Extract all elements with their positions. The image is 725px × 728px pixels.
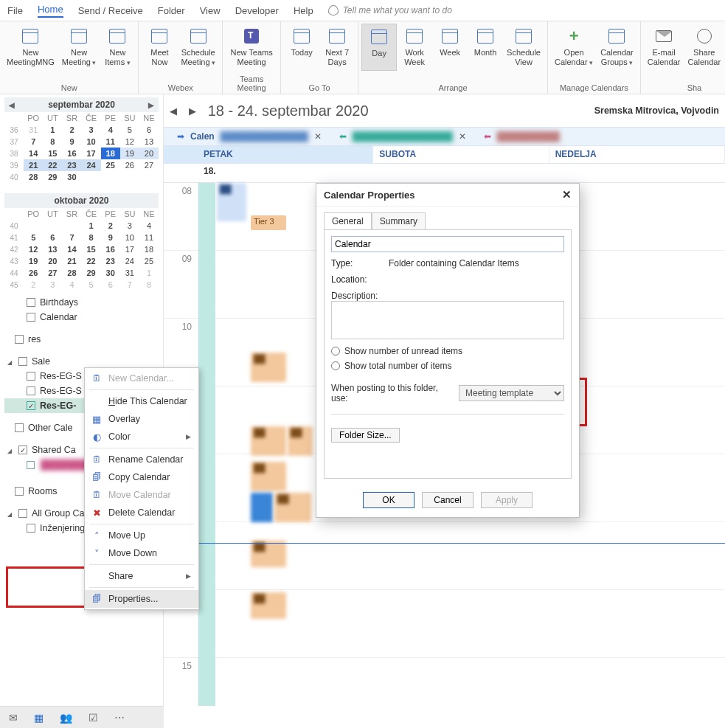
day-petak: PETAK [164, 146, 373, 163]
month-view-button[interactable]: Month [468, 24, 503, 69]
appointment[interactable]: ██ [217, 183, 246, 221]
appointment[interactable]: ██ [251, 541, 286, 567]
day-headers: PETAK SUBOTA NEDELJA [164, 146, 725, 164]
tree-calendar[interactable]: Calendar [4, 310, 159, 325]
email-calendar-button[interactable]: E-mailCalendar [644, 24, 684, 69]
calendar-tab-3[interactable]: ⬅██████████ [478, 128, 566, 145]
appointment-selected[interactable] [251, 493, 273, 522]
calendar-tab-1[interactable]: ➡Calen██████████████✕ [171, 128, 327, 145]
menu-file[interactable]: File [7, 5, 23, 16]
new-meeting-button[interactable]: NewMeeting [58, 24, 100, 70]
date-range: 18 - 24. septembar 2020 [208, 103, 369, 119]
group-teams: New TeamsMeeting Teams Meeting [223, 21, 281, 94]
folder-size-button[interactable]: Folder Size... [331, 428, 400, 443]
cancel-button[interactable]: Cancel [422, 492, 473, 508]
mini-cal-1-header: ◀ septembar 2020 ▶ [4, 97, 159, 112]
new-items-button[interactable]: NewItems [100, 24, 135, 70]
appointment[interactable]: ██ [251, 592, 286, 619]
appointment[interactable]: ██ [251, 353, 286, 382]
ctx-move[interactable]: 🗓Move Calendar [85, 486, 198, 504]
ctx-overlay[interactable]: ▦Overlay [85, 410, 198, 428]
close-icon[interactable]: ✕ [562, 188, 572, 201]
ctx-color[interactable]: ◐Color▶ [85, 428, 198, 446]
tree-birthdays[interactable]: Birthdays [4, 295, 159, 310]
meet-now-button[interactable]: MeetNow [142, 24, 177, 69]
appointment[interactable]: ██ [288, 426, 313, 456]
appointment-tier3[interactable]: Tier 3 [251, 215, 286, 230]
next-month-icon[interactable]: ▶ [148, 101, 154, 109]
people-nav-icon[interactable]: 👥 [60, 712, 72, 724]
appointment[interactable]: ██ [251, 462, 286, 491]
open-calendar-button[interactable]: +OpenCalendar [551, 24, 597, 70]
description-textarea[interactable] [331, 301, 564, 339]
menu-home[interactable]: Home [38, 4, 63, 18]
new-meeting-mng-button[interactable]: NewMeetingMNG [3, 24, 58, 69]
radio-total[interactable]: Show total number of items [331, 361, 564, 371]
group-teams-label: Teams Meeting [226, 73, 277, 94]
ctx-move-up[interactable]: ˄Move Up [85, 527, 198, 544]
day-nedelja: NEDELJA [549, 146, 725, 163]
schedule-meeting-button[interactable]: ScheduleMeeting [177, 24, 219, 70]
menu-help[interactable]: Help [294, 5, 313, 16]
schedule-view-button[interactable]: ScheduleView [503, 24, 544, 69]
tree-sale[interactable]: Sale [4, 354, 159, 369]
dialog-tab-general[interactable]: General [324, 212, 372, 229]
ok-button[interactable]: OK [363, 492, 414, 508]
group-manage: +OpenCalendar CalendarGroups Manage Cale… [548, 21, 641, 94]
tasks-nav-icon[interactable]: ☑ [89, 712, 98, 724]
calendar-tab-2[interactable]: ⬅████████████████✕ [333, 128, 472, 145]
ctx-share[interactable]: Share▶ [85, 567, 198, 585]
ribbon: NewMeetingMNG NewMeeting NewItems New Me… [0, 21, 725, 94]
radio-unread[interactable]: Show number of unread items [331, 346, 564, 356]
calendar-name-input[interactable] [331, 236, 564, 252]
menu-sendreceive[interactable]: Send / Receive [78, 5, 143, 16]
tree-res[interactable]: res [4, 332, 159, 347]
apply-button[interactable]: Apply [481, 492, 533, 508]
tell-me-label: Tell me what you want to do [343, 5, 452, 15]
mini-cal-1-title: septembar 2020 [48, 100, 115, 110]
today-button[interactable]: Today [284, 24, 319, 69]
overlay-icon: ▦ [91, 413, 103, 425]
dialog-title: Calendar Properties [324, 190, 415, 201]
calendar-nav-icon[interactable]: ▦ [34, 712, 44, 724]
mini-cal-2[interactable]: POUTSRČEPESUNE 401234 41567891011 421213… [4, 208, 159, 291]
more-nav-icon[interactable]: ⋯ [114, 712, 125, 724]
prev-month-icon[interactable]: ◀ [9, 101, 15, 109]
mini-cal-1[interactable]: POUTSRČEPESUNE 3631123456 3778910111213 … [4, 112, 159, 183]
ctx-rename[interactable]: 🗓Rename Calendar [85, 451, 198, 468]
next7days-button[interactable]: Next 7Days [319, 24, 355, 69]
group-goto: Today Next 7Days Go To [281, 21, 358, 94]
menu-folder[interactable]: Folder [158, 5, 185, 16]
close-tab-icon[interactable]: ✕ [314, 131, 322, 142]
dialog-tab-summary[interactable]: Summary [372, 212, 426, 229]
arrow-right-icon: ➡ [177, 131, 184, 142]
post-template-select[interactable]: Meeting template [459, 385, 564, 401]
week-view-button[interactable]: Week [432, 24, 468, 69]
move-icon: 🗓 [91, 489, 103, 501]
close-tab-icon[interactable]: ✕ [459, 131, 466, 142]
mail-nav-icon[interactable]: ✉ [9, 712, 18, 724]
ctx-delete[interactable]: ✖Delete Calendar [85, 504, 198, 521]
ctx-properties[interactable]: 🗐Properties... [85, 590, 198, 608]
day-view-button[interactable]: Day [361, 24, 397, 71]
group-share: E-mailCalendar ShareCalendar PO Sha [641, 21, 725, 94]
ctx-hide-calendar[interactable]: HHide This Calendaride This Calendar [85, 392, 198, 410]
new-teams-meeting-button[interactable]: New TeamsMeeting [226, 24, 277, 69]
calendar-properties-dialog: Calendar Properties ✕ General Summary Ty… [316, 183, 580, 518]
menu-developer[interactable]: Developer [235, 5, 279, 16]
chevron-up-icon: ˄ [91, 530, 103, 541]
tell-me-search[interactable]: Tell me what you want to do [328, 5, 452, 15]
appointment[interactable]: ██ [251, 426, 286, 456]
ctx-new-calendar[interactable]: 🗓New Calendar... [85, 370, 198, 387]
calendar-groups-button[interactable]: CalendarGroups [597, 24, 637, 70]
share-calendar-button[interactable]: ShareCalendar [684, 24, 724, 69]
nav-prev-next[interactable]: ◀ ▶ [170, 105, 201, 117]
hour-label: 09 [164, 251, 198, 318]
appointment[interactable]: ██ [274, 493, 311, 522]
ctx-copy[interactable]: 🗐Copy Calendar [85, 468, 198, 486]
work-week-button[interactable]: WorkWeek [397, 24, 432, 69]
arrow-left-icon: ⬅ [339, 131, 347, 142]
menu-view[interactable]: View [200, 5, 221, 16]
ctx-move-down[interactable]: ˅Move Down [85, 544, 198, 562]
type-label: Type: [331, 258, 383, 268]
